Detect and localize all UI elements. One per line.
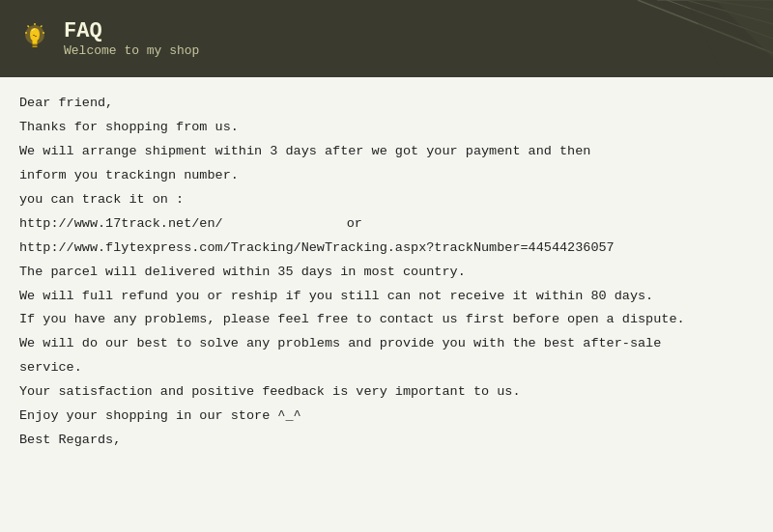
header-title: FAQ [64,19,199,43]
header-subtitle: Welcome to my shop [64,43,199,58]
line-2: Thanks for shopping from us. [19,117,754,139]
content-area: Dear friend, Thanks for shopping from us… [0,77,773,532]
line-14: Enjoy your shopping in our store ^_^ [19,406,754,428]
svg-line-6 [28,26,30,28]
or-text: or [347,216,362,231]
line-3: We will arrange shipment within 3 days a… [19,141,754,163]
bulb-icon [15,19,54,58]
svg-rect-2 [33,46,38,48]
svg-marker-14 [686,0,773,77]
line-1: Dear friend, [19,93,754,115]
line-4: inform you trackingn number. [19,165,754,187]
svg-line-4 [41,26,43,28]
line-5: you can track it on : [19,189,754,211]
line-15: Best Regards, [19,430,754,452]
logo-area: FAQ Welcome to my shop [15,19,199,58]
svg-rect-1 [33,43,38,45]
header-text: FAQ Welcome to my shop [64,19,199,58]
line-10: If you have any problems, please feel fr… [19,309,754,331]
line-8: The parcel will delivered within 35 days… [19,262,754,284]
line-12: service. [19,357,754,379]
line-6: http://www.17track.net/en/ or [19,213,754,236]
line-11: We will do our best to solve any problem… [19,333,754,355]
header: FAQ Welcome to my shop [0,0,773,77]
header-decoration [580,0,773,77]
line-7: http://www.flytexpress.com/Tracking/NewT… [19,238,754,260]
line-13: Your satisfaction and positive feedback … [19,381,754,404]
url-1: http://www.17track.net/en/ [19,216,223,231]
line-9: We will full refund you or reship if you… [19,286,754,308]
